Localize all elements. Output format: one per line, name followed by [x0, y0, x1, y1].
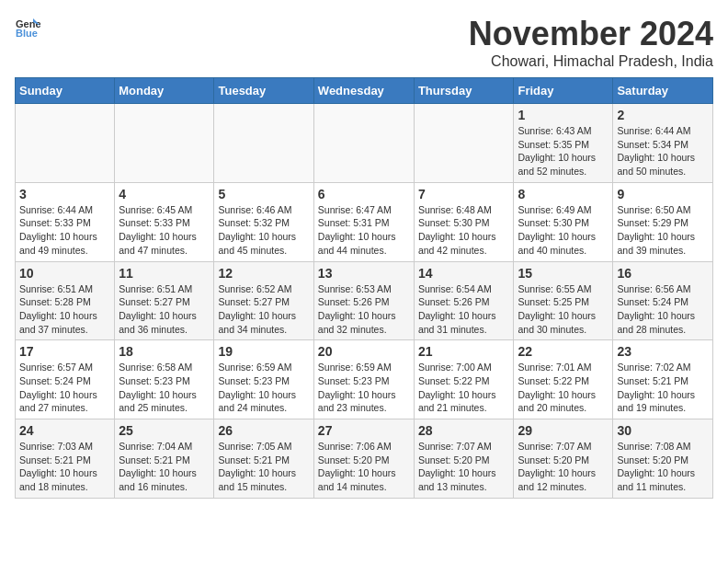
day-number: 6: [318, 187, 410, 201]
calendar-cell: 19Sunrise: 6:59 AMSunset: 5:23 PMDayligh…: [214, 340, 313, 419]
calendar-cell: [214, 104, 313, 183]
day-info: Sunrise: 7:06 AMSunset: 5:20 PMDaylight:…: [318, 440, 410, 494]
calendar-cell: 27Sunrise: 7:06 AMSunset: 5:20 PMDayligh…: [313, 419, 414, 499]
day-info: Sunrise: 7:02 AMSunset: 5:21 PMDaylight:…: [617, 361, 709, 415]
week-row-2: 3Sunrise: 6:44 AMSunset: 5:33 PMDaylight…: [16, 182, 713, 261]
day-info: Sunrise: 6:48 AMSunset: 5:30 PMDaylight:…: [418, 203, 510, 258]
weekday-header-saturday: Saturday: [613, 78, 713, 104]
day-info: Sunrise: 7:07 AMSunset: 5:20 PMDaylight:…: [518, 440, 609, 494]
calendar-cell: 14Sunrise: 6:54 AMSunset: 5:26 PMDayligh…: [414, 261, 514, 340]
day-info: Sunrise: 6:49 AMSunset: 5:30 PMDaylight:…: [518, 203, 609, 258]
calendar-cell: 6Sunrise: 6:47 AMSunset: 5:31 PMDaylight…: [313, 182, 414, 261]
day-info: Sunrise: 6:52 AMSunset: 5:27 PMDaylight:…: [218, 282, 309, 337]
calendar-cell: 28Sunrise: 7:07 AMSunset: 5:20 PMDayligh…: [414, 419, 514, 499]
month-title: November 2024: [469, 15, 713, 53]
day-info: Sunrise: 6:55 AMSunset: 5:25 PMDaylight:…: [518, 282, 609, 337]
calendar-cell: 9Sunrise: 6:50 AMSunset: 5:29 PMDaylight…: [613, 182, 713, 261]
calendar-cell: [313, 104, 414, 183]
day-number: 14: [418, 266, 510, 281]
calendar-cell: 24Sunrise: 7:03 AMSunset: 5:21 PMDayligh…: [16, 419, 115, 499]
day-number: 28: [418, 423, 510, 438]
day-number: 11: [119, 266, 210, 281]
logo-icon: General Blue: [15, 15, 40, 40]
day-number: 24: [19, 423, 110, 438]
day-info: Sunrise: 7:01 AMSunset: 5:22 PMDaylight:…: [518, 361, 609, 415]
calendar-cell: 29Sunrise: 7:07 AMSunset: 5:20 PMDayligh…: [514, 419, 613, 499]
day-info: Sunrise: 7:00 AMSunset: 5:22 PMDaylight:…: [418, 361, 510, 415]
page-header: General Blue November 2024 Chowari, Hima…: [15, 15, 713, 70]
week-row-5: 24Sunrise: 7:03 AMSunset: 5:21 PMDayligh…: [16, 419, 713, 499]
day-number: 25: [119, 423, 210, 438]
calendar-cell: 11Sunrise: 6:51 AMSunset: 5:27 PMDayligh…: [115, 261, 214, 340]
day-info: Sunrise: 6:59 AMSunset: 5:23 PMDaylight:…: [318, 361, 410, 415]
day-number: 16: [617, 266, 709, 281]
calendar-cell: 1Sunrise: 6:43 AMSunset: 5:35 PMDaylight…: [514, 104, 613, 183]
day-number: 18: [119, 344, 210, 359]
day-info: Sunrise: 7:03 AMSunset: 5:21 PMDaylight:…: [19, 440, 110, 494]
calendar-cell: 10Sunrise: 6:51 AMSunset: 5:28 PMDayligh…: [16, 261, 115, 340]
calendar-cell: 26Sunrise: 7:05 AMSunset: 5:21 PMDayligh…: [214, 419, 313, 499]
day-number: 21: [418, 344, 510, 359]
weekday-header-tuesday: Tuesday: [214, 78, 313, 104]
calendar-cell: 15Sunrise: 6:55 AMSunset: 5:25 PMDayligh…: [514, 261, 613, 340]
calendar-cell: 7Sunrise: 6:48 AMSunset: 5:30 PMDaylight…: [414, 182, 514, 261]
title-block: November 2024 Chowari, Himachal Pradesh,…: [469, 15, 713, 70]
day-info: Sunrise: 7:07 AMSunset: 5:20 PMDaylight:…: [418, 440, 510, 494]
calendar-cell: 8Sunrise: 6:49 AMSunset: 5:30 PMDaylight…: [514, 182, 613, 261]
calendar-cell: 21Sunrise: 7:00 AMSunset: 5:22 PMDayligh…: [414, 340, 514, 419]
day-info: Sunrise: 6:53 AMSunset: 5:26 PMDaylight:…: [318, 282, 410, 337]
calendar-cell: 22Sunrise: 7:01 AMSunset: 5:22 PMDayligh…: [514, 340, 613, 419]
calendar-cell: 2Sunrise: 6:44 AMSunset: 5:34 PMDaylight…: [613, 104, 713, 183]
day-number: 2: [617, 108, 709, 122]
day-info: Sunrise: 6:51 AMSunset: 5:28 PMDaylight:…: [19, 282, 110, 337]
calendar-cell: 17Sunrise: 6:57 AMSunset: 5:24 PMDayligh…: [16, 340, 115, 419]
calendar-cell: 18Sunrise: 6:58 AMSunset: 5:23 PMDayligh…: [115, 340, 214, 419]
day-info: Sunrise: 7:05 AMSunset: 5:21 PMDaylight:…: [218, 440, 309, 494]
weekday-header-sunday: Sunday: [16, 78, 115, 104]
weekday-header-row: SundayMondayTuesdayWednesdayThursdayFrid…: [16, 78, 713, 104]
day-info: Sunrise: 6:56 AMSunset: 5:24 PMDaylight:…: [617, 282, 709, 337]
day-info: Sunrise: 6:59 AMSunset: 5:23 PMDaylight:…: [218, 361, 309, 415]
location-title: Chowari, Himachal Pradesh, India: [469, 53, 713, 70]
calendar-cell: 13Sunrise: 6:53 AMSunset: 5:26 PMDayligh…: [313, 261, 414, 340]
day-number: 22: [518, 344, 609, 359]
week-row-1: 1Sunrise: 6:43 AMSunset: 5:35 PMDaylight…: [16, 104, 713, 183]
day-number: 27: [318, 423, 410, 438]
calendar-cell: 30Sunrise: 7:08 AMSunset: 5:20 PMDayligh…: [613, 419, 713, 499]
weekday-header-monday: Monday: [115, 78, 214, 104]
day-number: 9: [617, 187, 709, 201]
day-number: 12: [218, 266, 309, 281]
day-number: 10: [19, 266, 110, 281]
day-number: 29: [518, 423, 609, 438]
week-row-4: 17Sunrise: 6:57 AMSunset: 5:24 PMDayligh…: [16, 340, 713, 419]
day-number: 1: [518, 108, 609, 122]
calendar-cell: 3Sunrise: 6:44 AMSunset: 5:33 PMDaylight…: [16, 182, 115, 261]
day-number: 8: [518, 187, 609, 201]
calendar-cell: 25Sunrise: 7:04 AMSunset: 5:21 PMDayligh…: [115, 419, 214, 499]
day-number: 26: [218, 423, 309, 438]
day-number: 17: [19, 344, 110, 359]
calendar-cell: 4Sunrise: 6:45 AMSunset: 5:33 PMDaylight…: [115, 182, 214, 261]
day-info: Sunrise: 6:51 AMSunset: 5:27 PMDaylight:…: [119, 282, 210, 337]
day-number: 13: [318, 266, 410, 281]
day-info: Sunrise: 6:43 AMSunset: 5:35 PMDaylight:…: [518, 124, 609, 178]
weekday-header-wednesday: Wednesday: [313, 78, 414, 104]
calendar-cell: 5Sunrise: 6:46 AMSunset: 5:32 PMDaylight…: [214, 182, 313, 261]
weekday-header-friday: Friday: [514, 78, 613, 104]
day-info: Sunrise: 6:47 AMSunset: 5:31 PMDaylight:…: [318, 203, 410, 258]
weekday-header-thursday: Thursday: [414, 78, 514, 104]
svg-text:Blue: Blue: [16, 28, 38, 39]
day-info: Sunrise: 6:57 AMSunset: 5:24 PMDaylight:…: [19, 361, 110, 415]
calendar-cell: [16, 104, 115, 183]
calendar-cell: 12Sunrise: 6:52 AMSunset: 5:27 PMDayligh…: [214, 261, 313, 340]
day-number: 15: [518, 266, 609, 281]
day-number: 30: [617, 423, 709, 438]
day-number: 4: [119, 187, 210, 201]
calendar-cell: [115, 104, 214, 183]
day-info: Sunrise: 7:04 AMSunset: 5:21 PMDaylight:…: [119, 440, 210, 494]
day-number: 19: [218, 344, 309, 359]
day-info: Sunrise: 6:50 AMSunset: 5:29 PMDaylight:…: [617, 203, 709, 258]
day-number: 20: [318, 344, 410, 359]
day-number: 3: [19, 187, 110, 201]
day-info: Sunrise: 6:46 AMSunset: 5:32 PMDaylight:…: [218, 203, 309, 258]
